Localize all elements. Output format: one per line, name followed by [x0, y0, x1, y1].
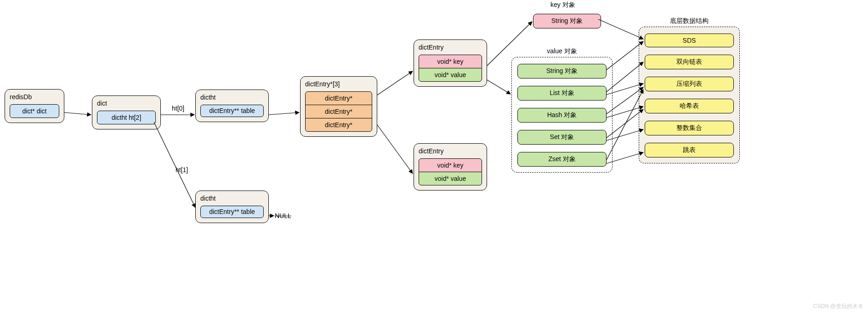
svg-line-6 [377, 125, 413, 174]
field-dict-ptr: dict* dict [10, 104, 59, 118]
svg-line-5 [377, 71, 413, 95]
svg-line-8 [487, 80, 511, 94]
label-ht0: ht[0] [172, 105, 184, 112]
field-key: void* key [419, 158, 482, 172]
node-redisdb: redisDb dict* dict [5, 89, 64, 123]
impl-item: 双向链表 [645, 55, 734, 69]
node-dictentry-1: dictEntry void* key void* value [414, 39, 487, 87]
value-obj-title: value 对象 [547, 47, 577, 56]
node-title: dictht [200, 94, 264, 101]
field-value: void* value [419, 68, 482, 82]
node-dictht-0: dictht dictEntry** table [195, 90, 269, 122]
key-obj-box: String 对象 [533, 14, 601, 28]
svg-line-3 [269, 112, 299, 115]
node-dictentry-2: dictEntry void* key void* value [414, 143, 487, 191]
node-dict: dict dictht ht[2] [92, 95, 161, 129]
field-table-ptr: dictEntry** table [200, 206, 264, 218]
impl-item: 跳表 [645, 143, 734, 157]
node-dictentry-array: dictEntry*[3] dictEntry* dictEntry* dict… [300, 76, 377, 137]
svg-line-0 [64, 112, 91, 115]
impl-item: 整数集合 [645, 121, 734, 135]
node-title: dict [97, 100, 156, 107]
value-type: List 对象 [517, 86, 607, 101]
arr-item: dictEntry* [305, 105, 372, 118]
watermark: CSDN @贪玩的木木 [813, 303, 863, 310]
value-type: Set 对象 [517, 130, 607, 145]
field-value: void* value [419, 172, 482, 185]
node-title: redisDb [10, 93, 59, 101]
arr-item: dictEntry* [305, 118, 372, 132]
impl-title: 底层数据结构 [670, 17, 709, 25]
svg-line-2 [154, 122, 195, 207]
field-key: void* key [419, 55, 482, 68]
node-dictht-1: dictht dictEntry** table [195, 191, 269, 223]
impl-item: 哈希表 [645, 99, 734, 113]
node-title: dictEntry [419, 44, 482, 51]
node-title: dictEntry [419, 147, 482, 155]
field-table-ptr: dictEntry** table [200, 105, 264, 117]
value-type: String 对象 [517, 64, 607, 78]
label-null: NULL [275, 212, 291, 219]
value-type: Hash 对象 [517, 108, 607, 123]
impl-item: SDS [645, 34, 734, 47]
value-type: Zset 对象 [517, 152, 607, 167]
svg-line-9 [598, 19, 643, 39]
value-obj-group: value 对象 String 对象 List 对象 Hash 对象 Set 对… [511, 57, 613, 173]
node-title: dictht [200, 195, 264, 202]
field-ht-array: dictht ht[2] [97, 111, 156, 124]
impl-item: 压缩列表 [645, 77, 734, 91]
impl-group: 底层数据结构 SDS 双向链表 压缩列表 哈希表 整数集合 跳表 [639, 27, 740, 163]
label-ht1: ht[1] [176, 166, 188, 174]
arr-item: dictEntry* [305, 91, 372, 105]
node-title: dictEntry*[3] [305, 80, 372, 88]
key-obj-title: key 对象 [550, 1, 575, 9]
